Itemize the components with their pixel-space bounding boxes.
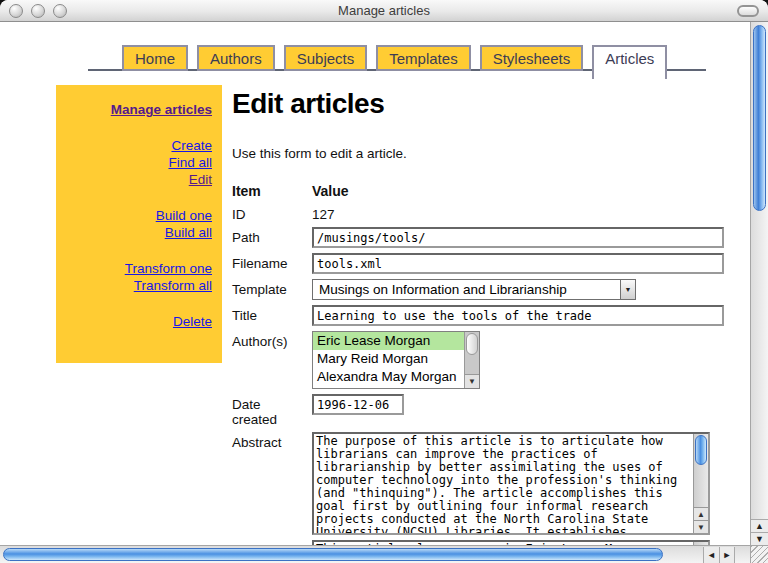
template-select[interactable]: Musings on Information and Librarianship… bbox=[312, 279, 636, 300]
title-input[interactable] bbox=[312, 305, 724, 326]
intro-text: Use this form to edit a article. bbox=[232, 146, 732, 161]
abstract-scrollbar[interactable]: ▲ ▼ bbox=[693, 434, 708, 533]
sidebar-item-build-all[interactable]: Build all bbox=[56, 224, 212, 241]
page-content: Home Authors Subjects Templates Styleshe… bbox=[0, 22, 750, 545]
title-row: Title bbox=[232, 305, 732, 326]
abstract-textarea[interactable]: The purpose of this article is to articu… bbox=[314, 434, 693, 533]
window-horizontal-scrollbar[interactable]: ◄ ► bbox=[0, 545, 750, 563]
value-column-header: Value bbox=[312, 183, 349, 199]
title-bar: Manage articles bbox=[0, 0, 768, 22]
tab-articles[interactable]: Articles bbox=[592, 45, 667, 79]
authors-options: Eric Lease Morgan Mary Reid Morgan Alexa… bbox=[313, 332, 464, 388]
sidebar-item-manage-articles[interactable]: Manage articles bbox=[56, 101, 212, 118]
scroll-down-icon[interactable]: ▼ bbox=[694, 520, 708, 533]
tab-stylesheets[interactable]: Stylesheets bbox=[480, 45, 584, 71]
template-selected-value: Musings on Information and Librarianship bbox=[313, 282, 620, 297]
tab-subjects[interactable]: Subjects bbox=[284, 45, 368, 71]
page-title: Edit articles bbox=[232, 88, 732, 120]
author-option-selected[interactable]: Eric Lease Morgan bbox=[313, 332, 464, 350]
scroll-up-icon[interactable]: ▲ bbox=[694, 507, 708, 520]
author-option[interactable]: Mary Reid Morgan bbox=[313, 350, 464, 368]
sidebar-item-create[interactable]: Create bbox=[56, 137, 212, 154]
scroll-left-icon[interactable]: ◄ bbox=[703, 547, 719, 563]
path-row: Path bbox=[232, 227, 732, 248]
sidebar-item-delete[interactable]: Delete bbox=[56, 313, 212, 330]
horizontal-scrollbar-thumb[interactable] bbox=[3, 548, 663, 561]
authors-row: Author(s) Eric Lease Morgan Mary Reid Mo… bbox=[232, 331, 732, 389]
table-header-row: Item Value bbox=[232, 183, 732, 199]
sidebar: Manage articles Create Find all Edit Bui… bbox=[56, 85, 222, 363]
window-title: Manage articles bbox=[0, 0, 768, 22]
sidebar-item-build-one[interactable]: Build one bbox=[56, 207, 212, 224]
tab-bar: Home Authors Subjects Templates Styleshe… bbox=[122, 45, 667, 79]
browser-window: Manage articles Home Authors Subjects Te… bbox=[0, 0, 768, 563]
filename-input[interactable] bbox=[312, 253, 724, 274]
authors-label: Author(s) bbox=[232, 331, 312, 349]
id-value: 127 bbox=[312, 204, 335, 222]
tab-authors[interactable]: Authors bbox=[197, 45, 275, 71]
date-created-label: Date created bbox=[232, 394, 312, 427]
scroll-right-icon[interactable]: ► bbox=[719, 547, 735, 563]
authors-scrollbar-thumb[interactable] bbox=[466, 333, 478, 355]
tab-templates[interactable]: Templates bbox=[376, 45, 470, 71]
id-label: ID bbox=[232, 204, 312, 222]
authors-scrollbar[interactable]: ▼ bbox=[464, 332, 479, 388]
date-created-input[interactable] bbox=[312, 394, 404, 415]
resize-grip[interactable] bbox=[750, 545, 768, 563]
chevron-down-icon[interactable]: ▼ bbox=[620, 280, 635, 299]
abstract-label: Abstract bbox=[232, 432, 312, 450]
abstract-textarea-frame: The purpose of this article is to articu… bbox=[312, 432, 710, 535]
tab-home[interactable]: Home bbox=[122, 45, 188, 71]
authors-listbox[interactable]: Eric Lease Morgan Mary Reid Morgan Alexa… bbox=[312, 331, 480, 389]
toolbar-toggle-button[interactable] bbox=[737, 5, 759, 17]
sidebar-item-transform-all[interactable]: Transform all bbox=[56, 277, 212, 294]
item-column-header: Item bbox=[232, 183, 312, 199]
sidebar-item-edit[interactable]: Edit bbox=[56, 171, 212, 188]
id-row: ID 127 bbox=[232, 204, 732, 222]
window-vertical-scrollbar[interactable]: ▲ ▼ bbox=[750, 22, 768, 545]
abstract-scrollbar-thumb[interactable] bbox=[695, 435, 707, 465]
filename-label: Filename bbox=[232, 253, 312, 271]
template-row: Template Musings on Information and Libr… bbox=[232, 279, 732, 300]
sidebar-item-find-all[interactable]: Find all bbox=[56, 154, 212, 171]
date-created-row: Date created bbox=[232, 394, 732, 427]
filename-row: Filename bbox=[232, 253, 732, 274]
author-option[interactable]: Alexandra May Morgan bbox=[313, 368, 464, 386]
path-input[interactable] bbox=[312, 227, 724, 248]
sidebar-item-transform-one[interactable]: Transform one bbox=[56, 260, 212, 277]
vertical-scrollbar-thumb[interactable] bbox=[753, 25, 766, 211]
scroll-down-icon[interactable]: ▼ bbox=[751, 532, 768, 545]
edit-articles-form: Edit articles Use this form to edit a ar… bbox=[232, 88, 732, 545]
abstract-row: Abstract The purpose of this article is … bbox=[232, 432, 732, 535]
template-label: Template bbox=[232, 279, 312, 297]
title-label: Title bbox=[232, 305, 312, 323]
path-label: Path bbox=[232, 227, 312, 245]
scroll-down-icon[interactable]: ▼ bbox=[465, 374, 479, 388]
scroll-up-icon[interactable]: ▲ bbox=[751, 519, 768, 532]
